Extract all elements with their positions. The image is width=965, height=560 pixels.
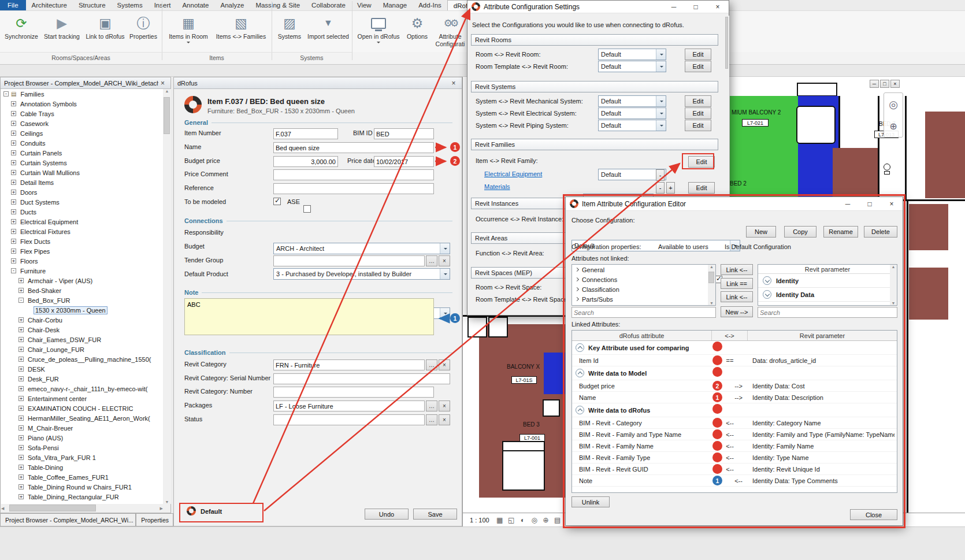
crop-region-icon[interactable]: ▤ [553,516,562,524]
tree-item[interactable]: + ▤ Sofa-Pensi [1,443,163,453]
maximize-icon[interactable]: □ [859,197,881,210]
tree-item[interactable]: + ▤ Conduits [1,138,163,148]
link-equal-button[interactable]: Link == [721,278,753,289]
ribbon-tab[interactable]: Analyze [214,0,250,10]
col-revit-parameter[interactable]: Revit parameter [748,331,897,340]
delete-button[interactable]: Delete [864,226,897,238]
save-button[interactable]: Save [413,509,457,520]
clear-icon[interactable]: × [439,255,450,266]
attribute-configuration-button[interactable]: Attribute Configurati [433,12,467,50]
new-param-button[interactable]: New --> [721,306,753,317]
col-drofus-attribute[interactable]: dRofus attribute [572,331,712,340]
tree-expander-icon[interactable]: + [18,327,24,332]
copy-button[interactable]: Copy [784,226,816,238]
tree-item[interactable]: + ▤ Ducts [1,207,163,217]
clear-icon[interactable]: × [439,359,450,370]
ase-checkbox[interactable] [303,205,311,213]
edit-button[interactable]: Edit [685,120,711,131]
tree-item[interactable]: + ▤ Floors [1,256,163,266]
tree-expander-icon[interactable]: + [18,484,24,489]
add-button[interactable]: + [666,182,675,194]
panel-tab[interactable]: Project Browser - Complex_Model_ARCH_Wi.… [0,513,136,526]
start-tracking-button[interactable]: Start tracking [42,12,82,50]
edit-button[interactable]: Edit [685,61,711,72]
not-linked-tree-item[interactable]: General [572,265,715,275]
tree-vertical-scrollbar[interactable]: ▲ ▼ [163,89,171,504]
ribbon-tab[interactable]: Systems [112,0,149,10]
browse-icon[interactable]: … [426,400,437,411]
visual-style-icon[interactable]: ◱ [507,516,516,524]
linked-attribute-row[interactable]: Item Id == Data: drofus_article_id [572,355,897,366]
linked-attribute-row[interactable]: Note 1 <-- Identity Data: Type Comments [572,475,897,487]
tree-item[interactable]: + ▤ Entertainment center [1,394,163,403]
close-icon[interactable]: × [707,1,729,13]
revit-parameter-scrollbar[interactable]: ▲ ▼ [890,265,897,305]
tree-item[interactable]: + ▤ Table-Dining [1,462,163,472]
dialog-title-bar[interactable]: Item Attribute Configuration Editor ─ □ … [566,197,903,211]
tree-expander-icon[interactable]: + [18,445,24,450]
tree-item[interactable]: + ▤ Casework [1,118,163,128]
tree-item[interactable]: + ▤ Chair-Desk [1,325,163,335]
linked-attribute-row[interactable]: BIM - Revit - Category <-- Identity: Cat… [572,417,897,429]
import-selected-button[interactable]: Import selected [306,12,350,50]
tree-expander-icon[interactable]: - [18,298,24,303]
close-button[interactable]: Close [850,509,897,520]
sun-path-icon[interactable]: ◐ [518,516,528,524]
scroll-up-icon[interactable]: ▲ [892,265,896,269]
tree-item[interactable]: + ▤ Chair_Lounge_FUR [1,344,163,354]
room-tag-l7-01s[interactable]: L7-01S [511,376,537,384]
panel-tab[interactable]: Properties [136,513,173,526]
tree-expander-icon[interactable]: + [11,258,16,264]
tree-expander-icon[interactable]: + [11,219,16,224]
new-button[interactable]: New [746,226,776,238]
edit-button-families[interactable]: Edit [688,156,715,168]
scroll-right-icon[interactable]: ▶ [160,506,163,511]
item-number-field[interactable] [273,128,338,139]
tree-item[interactable]: + ▤ Sofa_Vitra_Park_FUR 1 [1,453,163,462]
close-icon[interactable]: × [158,79,167,87]
link-to-drofus-button[interactable]: Link to dRofus [84,12,126,50]
configuration-select[interactable]: Default [598,107,666,119]
ribbon-tab[interactable]: Add-Ins [413,0,447,10]
scroll-down-icon[interactable]: ▼ [710,301,714,305]
tree-expander-icon[interactable]: + [11,101,16,106]
tree-item[interactable]: + ▤ Flex Ducts [1,236,163,246]
tree-expander-icon[interactable]: + [11,121,16,126]
price-date-field[interactable] [374,156,434,167]
view-scale[interactable]: 1 : 100 [470,517,489,524]
rename-button[interactable]: Rename [823,226,858,238]
minimize-icon[interactable]: ─ [663,1,685,13]
tree-expander-icon[interactable]: + [11,190,16,195]
tree-item[interactable]: + ▤ HermanMiller_Seating_AE11_Aeron_Work… [1,413,163,423]
not-linked-tree-item[interactable]: Parts/Subs [572,294,715,304]
linked-attribute-row[interactable]: Write data to Model [572,366,897,380]
tree-item[interactable]: + ▤ emeco_navy-r-_chair_111n_by-emeco-wi… [1,384,163,394]
materials-link[interactable]: Materials [484,183,510,190]
tree-expander-icon[interactable]: + [18,317,24,322]
ribbon-tab[interactable]: File [0,0,26,10]
linked-attribute-row[interactable]: BIM - Revit - Family and Type Name <-- I… [572,429,897,440]
linked-attribute-row[interactable]: BIM - Revit - Family Name <-- Identity: … [572,440,897,452]
tree-expander-icon[interactable]: + [11,160,16,165]
tree-expander-icon[interactable]: - [11,268,16,273]
view-minimize-icon[interactable]: ─ [870,80,879,88]
bim-id-field[interactable] [374,128,434,139]
tree-horizontal-scrollbar[interactable]: ◀ ▶ [1,504,163,513]
edit-button[interactable]: Edit [688,182,715,194]
revit-parameter-group[interactable]: Identity [758,274,897,288]
tree-item[interactable]: + ▤ EXAMINATION COUCH - ELECTRIC [1,403,163,413]
tree-item[interactable]: ▤ 1530 x 2030mm - Queen [1,305,163,315]
tree-item[interactable]: + ▤ Detail Items [1,177,163,187]
not-linked-scrollbar[interactable]: ▲ ▼ [708,265,715,305]
ribbon-tab[interactable]: Insert [149,0,177,10]
unlink-button[interactable]: Unlink [571,496,610,507]
zoom-icon[interactable]: ⊕ [889,121,897,132]
crop-view-icon[interactable]: ⊕ [541,516,551,524]
ribbon-tab[interactable]: View [351,0,377,10]
tree-expander-icon[interactable]: + [18,288,24,293]
linked-attribute-row[interactable]: Key Attribute used for comparing [572,341,897,355]
revit-category-field[interactable] [273,359,425,370]
tree-item[interactable]: + ▤ Armchair - Viper (AUS) [1,276,163,285]
revit-category-number-field[interactable] [273,387,434,398]
view-close-icon[interactable]: × [890,80,900,88]
